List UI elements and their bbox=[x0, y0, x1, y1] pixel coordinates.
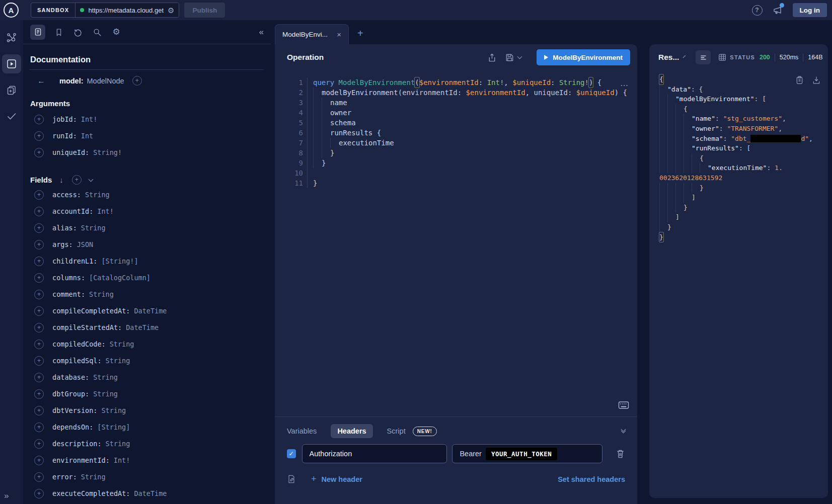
field-type[interactable]: String bbox=[81, 473, 106, 481]
add-field-to-query-icon[interactable]: + bbox=[34, 190, 44, 200]
auth-token-value[interactable]: YOUR_AUTH_TOKEN bbox=[486, 448, 557, 460]
tab-headers[interactable]: Headers bbox=[331, 424, 372, 438]
apollo-logo[interactable]: A bbox=[4, 3, 19, 18]
field-type[interactable]: [CatalogColumn] bbox=[89, 274, 150, 282]
add-field-to-query-icon[interactable]: + bbox=[34, 306, 44, 316]
field-type[interactable]: String bbox=[101, 406, 126, 414]
expand-rail-icon[interactable]: » bbox=[4, 491, 9, 501]
add-field-to-query-icon[interactable]: + bbox=[34, 489, 44, 498]
add-field-to-query-icon[interactable]: + bbox=[34, 373, 44, 382]
endpoint-url-field[interactable]: https://metadata.cloud.get ⚙ bbox=[75, 3, 179, 17]
field-name[interactable]: dbtVersion: bbox=[52, 406, 97, 414]
add-field-to-query-icon[interactable]: + bbox=[34, 115, 44, 124]
login-button[interactable]: Log in bbox=[793, 3, 827, 17]
new-tab-icon[interactable]: + bbox=[357, 28, 363, 39]
add-field-to-query-icon[interactable]: + bbox=[34, 223, 44, 233]
field-name[interactable]: runId: bbox=[52, 132, 77, 140]
add-field-to-query-icon[interactable]: + bbox=[34, 439, 44, 449]
help-icon[interactable]: ? bbox=[752, 5, 763, 16]
collapse-panel-icon[interactable] bbox=[622, 430, 625, 433]
close-tab-icon[interactable]: × bbox=[337, 30, 341, 39]
field-name[interactable]: comment: bbox=[52, 290, 85, 298]
add-field-to-query-icon[interactable]: + bbox=[34, 389, 44, 399]
connection-settings-gear-icon[interactable]: ⚙ bbox=[168, 7, 174, 14]
line-actions-icon[interactable]: ⋯ bbox=[620, 80, 629, 90]
response-json-viewer[interactable]: {"data": {"modelByEnvironment": [{"name"… bbox=[649, 70, 828, 242]
response-dropdown-chevron-icon[interactable] bbox=[683, 55, 686, 58]
model-type-link[interactable]: ModelNode bbox=[87, 77, 124, 85]
field-type[interactable]: String bbox=[106, 440, 130, 448]
field-name[interactable]: database: bbox=[52, 373, 89, 381]
preflight-script-icon[interactable] bbox=[287, 474, 296, 484]
field-type[interactable]: Int bbox=[81, 132, 93, 140]
field-name[interactable]: args: bbox=[52, 240, 73, 248]
add-field-to-query-icon[interactable]: + bbox=[34, 356, 44, 366]
checks-icon[interactable] bbox=[2, 107, 21, 126]
field-name[interactable]: compileCompletedAt: bbox=[52, 307, 130, 315]
field-type[interactable]: Int! bbox=[81, 115, 98, 123]
field-type[interactable]: String bbox=[81, 224, 106, 232]
field-name[interactable]: childrenL1: bbox=[52, 257, 97, 265]
sort-fields-icon[interactable]: ↓ bbox=[59, 176, 63, 184]
save-operation-group[interactable] bbox=[505, 53, 521, 62]
header-name-input[interactable]: Authorization bbox=[302, 444, 447, 463]
set-shared-headers-link[interactable]: Set shared headers bbox=[558, 475, 625, 483]
add-field-to-query-icon[interactable]: + bbox=[34, 406, 44, 415]
add-field-to-query-icon[interactable]: + bbox=[34, 423, 44, 432]
fields-chevron-down-icon[interactable] bbox=[88, 177, 93, 182]
add-field-to-query-icon[interactable]: + bbox=[34, 340, 44, 349]
table-view-icon[interactable] bbox=[715, 50, 730, 64]
field-name[interactable]: environmentId: bbox=[52, 456, 110, 464]
pretty-view-icon[interactable] bbox=[696, 50, 711, 64]
settings-gear-icon[interactable]: ⚙ bbox=[111, 27, 122, 37]
add-field-to-query-icon[interactable]: + bbox=[34, 148, 44, 157]
run-operation-button[interactable]: ModelByEnvironment bbox=[537, 49, 630, 65]
field-name[interactable]: compiledSql: bbox=[52, 357, 102, 365]
field-type[interactable]: String bbox=[93, 373, 118, 381]
field-name[interactable]: uniqueId: bbox=[52, 148, 89, 156]
field-type[interactable]: DateTime bbox=[134, 307, 167, 315]
field-type[interactable]: String bbox=[89, 290, 114, 298]
history-icon[interactable] bbox=[72, 28, 84, 37]
documentation-tab-icon[interactable] bbox=[30, 25, 45, 40]
add-field-to-query-icon[interactable]: + bbox=[34, 456, 44, 465]
header-enabled-checkbox[interactable]: ✓ bbox=[287, 449, 296, 458]
announcements-icon[interactable] bbox=[773, 5, 783, 15]
add-all-fields-icon[interactable]: + bbox=[72, 175, 82, 185]
share-operation-icon[interactable] bbox=[487, 53, 497, 62]
field-name[interactable]: dependsOn: bbox=[52, 423, 93, 431]
field-type[interactable]: DateTime bbox=[126, 323, 159, 331]
field-name[interactable]: compileStartedAt: bbox=[52, 323, 122, 331]
field-type[interactable]: [String] bbox=[97, 423, 130, 431]
back-arrow-icon[interactable]: ← bbox=[37, 76, 45, 86]
field-type[interactable]: Int! bbox=[97, 207, 114, 215]
field-name[interactable]: accountId: bbox=[52, 207, 93, 215]
add-field-to-query-icon[interactable]: + bbox=[34, 257, 44, 266]
graphql-editor[interactable]: 1query ModelByEnvironment($environmentId… bbox=[275, 70, 637, 416]
add-field-to-query-icon[interactable]: + bbox=[34, 131, 44, 141]
add-type-icon[interactable]: + bbox=[132, 76, 142, 86]
field-name[interactable]: compiledCode: bbox=[52, 340, 106, 348]
field-type[interactable]: String bbox=[106, 357, 130, 365]
tab-variables[interactable]: Variables bbox=[287, 427, 317, 435]
field-name[interactable]: alias: bbox=[52, 224, 77, 232]
add-field-to-query-icon[interactable]: + bbox=[34, 207, 44, 216]
field-type[interactable]: String bbox=[110, 340, 134, 348]
field-name[interactable]: access: bbox=[52, 191, 81, 199]
header-value-input[interactable]: Bearer YOUR_AUTH_TOKEN bbox=[452, 444, 602, 463]
field-type[interactable]: JSON bbox=[77, 240, 94, 248]
add-field-to-query-icon[interactable]: + bbox=[34, 290, 44, 299]
tab-script[interactable]: Script bbox=[387, 427, 406, 435]
field-type[interactable]: [String!] bbox=[101, 257, 138, 265]
operation-tab[interactable]: ModelByEnvi... × bbox=[275, 24, 349, 44]
field-type[interactable]: String bbox=[85, 191, 110, 199]
endpoint-url[interactable]: https://metadata.cloud.get bbox=[88, 7, 164, 14]
schema-graph-icon[interactable] bbox=[2, 28, 21, 47]
add-field-to-query-icon[interactable]: + bbox=[34, 240, 44, 249]
field-name[interactable]: description: bbox=[52, 440, 102, 448]
add-field-to-query-icon[interactable]: + bbox=[34, 472, 44, 482]
field-name[interactable]: columns: bbox=[52, 274, 85, 282]
field-type[interactable]: String bbox=[93, 390, 118, 398]
add-field-to-query-icon[interactable]: + bbox=[34, 273, 44, 283]
field-name[interactable]: executeCompletedAt: bbox=[52, 489, 130, 497]
